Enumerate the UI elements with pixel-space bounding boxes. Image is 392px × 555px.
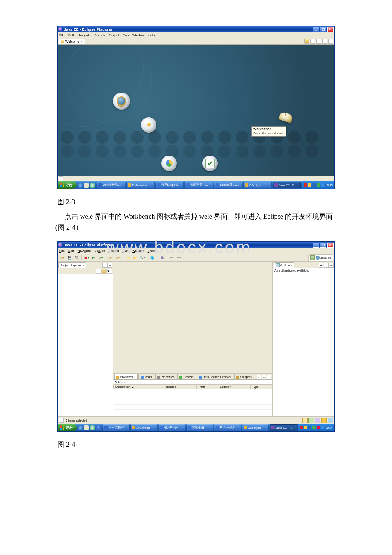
fwd-button[interactable]: ➡▾ [176,254,182,261]
customize-icon[interactable] [310,39,315,44]
minimize-view-icon[interactable]: − [324,263,329,268]
samples-icon[interactable] [161,156,177,171]
start-button[interactable]: 开始 [58,181,77,189]
menu-file[interactable]: File [59,33,65,37]
status-tip-icon[interactable] [302,418,308,423]
tab-servers[interactable]: Servers [177,374,196,379]
tab-tasks[interactable]: Tasks [138,374,154,379]
ql-media-icon[interactable] [90,183,95,188]
tutorials-icon[interactable] [202,156,218,171]
maximize-view-icon[interactable] [328,39,333,44]
menu-run[interactable]: Run [123,249,129,253]
menu-window[interactable]: Window [132,249,144,253]
status-updates-icon[interactable] [308,418,314,423]
tray-qq-icon[interactable] [321,183,324,187]
taskbar-task[interactable]: C:\eclipse [243,182,272,188]
open-type-button[interactable]: 📁 [124,254,131,261]
taskbar-task[interactable]: Java EE - ... [270,424,297,431]
view-menu-icon[interactable]: ▾ [257,375,261,379]
minimize-button[interactable]: _ [313,27,319,32]
maximize-button[interactable]: ▢ [320,27,326,32]
menu-project[interactable]: Project [109,249,119,253]
taskbar-task[interactable]: word文档和... [103,424,130,431]
column-path[interactable]: Path [197,385,218,389]
ql-ie-icon[interactable] [78,425,83,430]
menu-search[interactable]: Search [94,33,105,37]
titlebar[interactable]: Java EE - Eclipse Platform _ ▢ ✕ [58,26,334,32]
taskbar-task[interactable]: C:\eclipse [242,424,269,431]
open-perspective-icon[interactable] [310,255,315,260]
menu-file[interactable]: File [59,249,65,253]
menu-navigate[interactable]: Navigate [78,249,91,253]
maximize-view-icon[interactable]: ▭ [107,263,112,268]
close-button[interactable]: ✕ [327,243,334,248]
taskbar-task[interactable]: Java EE - E... [273,182,301,188]
tray-msn-icon[interactable] [317,183,320,187]
ql-ie-icon[interactable] [78,183,83,188]
ql-desktop-icon[interactable] [84,425,89,430]
taskbar-task[interactable]: Eclipse及S... [214,424,241,431]
table-row[interactable] [114,405,272,410]
tab-data-source-explorer[interactable]: Data Source Explorer [197,374,233,379]
column-location[interactable]: Location [218,385,250,389]
tray-net-icon[interactable] [308,426,311,429]
taskbar-task[interactable]: E:\Java\te... [130,424,157,431]
editor-empty[interactable] [113,262,272,374]
new-ejb-button[interactable]: ⊟▾ [115,254,121,261]
saveall-button[interactable]: ⿻ [73,254,80,261]
tray-360-icon[interactable] [317,426,320,429]
close-tab-icon[interactable]: × [81,40,83,43]
taskbar-task[interactable]: E:\Java\tea... [126,182,155,188]
titlebar[interactable]: Java EE - Eclipse Platform _ ▢ ✕ [58,242,334,248]
menu-window[interactable]: Window [132,33,144,37]
tab-outline[interactable]: Outline × [274,262,294,268]
new-button[interactable]: ▭▾ [59,254,66,261]
taskbar-task[interactable]: 使用Eclips... [159,424,185,431]
link-editor-icon[interactable] [101,269,107,274]
problems-table[interactable]: Description ▲ResourcePathLocationType [113,384,272,410]
runlast-button[interactable]: ⟳▾ [98,254,104,261]
maximize-view-icon[interactable]: ▭ [267,375,271,379]
run-button[interactable]: ▶▾ [90,254,97,261]
menu-help[interactable]: Help [148,249,155,253]
new-server-button[interactable]: ⊞▾ [107,254,114,261]
status-icon[interactable] [59,176,63,181]
column-description[interactable]: Description ▲ [114,385,161,389]
tab-project-explorer[interactable]: Project Explorer × [58,262,86,268]
maximize-view-icon[interactable]: ▭ [329,263,334,268]
perspective-switcher[interactable]: Java EE [308,254,333,261]
close-button[interactable]: ✕ [327,27,334,32]
debug-button[interactable]: 🐞▾ [83,254,90,261]
tray-net-icon[interactable] [312,183,316,187]
ql-media-icon[interactable] [90,425,95,430]
ql-chevrons-icon[interactable]: » [96,425,101,430]
menu-project[interactable]: Project [109,33,119,37]
menu-run[interactable]: Run [123,33,129,37]
tray-vol-icon[interactable] [308,183,311,187]
menu-search[interactable]: Search [94,249,105,253]
save-button[interactable]: 💾 [66,254,73,261]
minimize-view-icon[interactable]: − [102,263,107,268]
taskbar-task[interactable]: 使用Eclipse... [156,182,184,188]
minimize-button[interactable]: _ [313,243,319,248]
tray-msn-icon[interactable] [312,426,316,429]
close-tab-icon[interactable]: × [83,264,84,267]
tray-qq-icon[interactable] [321,426,324,429]
menu-edit[interactable]: Edit [68,33,74,37]
ql-desktop-icon[interactable] [84,183,89,188]
back-button[interactable]: ⬅▾ [168,254,175,261]
table-row[interactable] [114,399,272,405]
menu-help[interactable]: Help [148,33,155,37]
whatsnew-star-icon[interactable] [141,117,156,133]
print-button[interactable]: 🖶 [159,254,165,261]
overview-icon[interactable] [113,92,130,110]
minimize-view-icon[interactable]: − [262,375,266,379]
view-menu-icon[interactable]: ▾ [319,263,323,268]
workbench-icon[interactable] [278,111,294,124]
tab-problems[interactable]: Problems × [114,374,138,379]
tab-properties[interactable]: Properties [155,374,177,379]
project-explorer-tree[interactable] [58,274,113,416]
open-task-button[interactable]: 📂 [132,254,138,261]
taskbar-task[interactable]: word文档和... [97,182,125,188]
home-icon[interactable] [304,39,309,44]
